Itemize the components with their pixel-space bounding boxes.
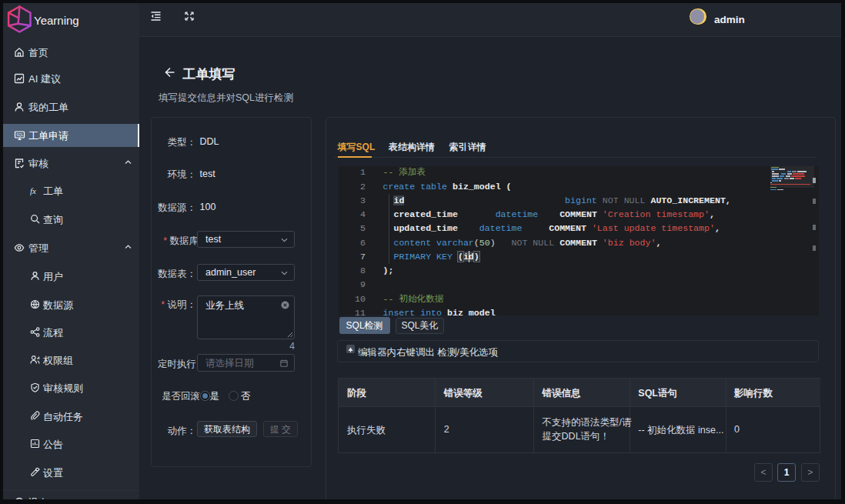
svg-text:fx: fx [30,185,36,195]
svg-text:SQL: SQL [16,133,24,137]
